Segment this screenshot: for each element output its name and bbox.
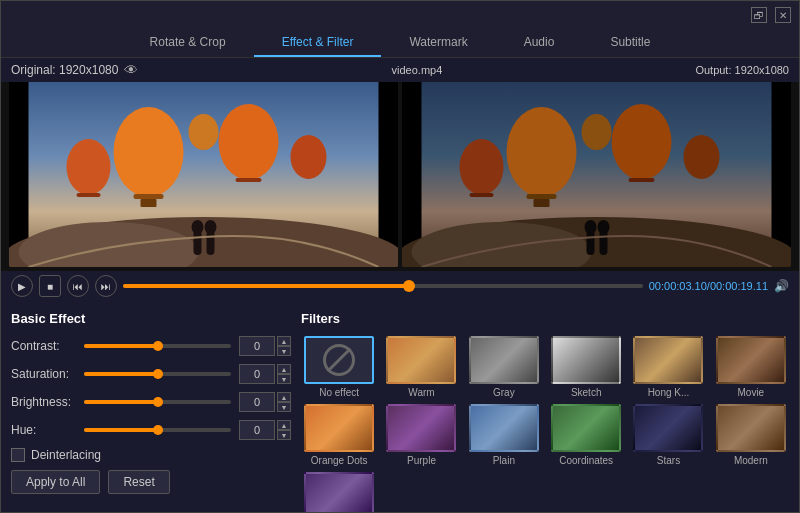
brightness-label: Brightness: (11, 395, 76, 409)
svg-point-22 (460, 139, 504, 195)
brightness-slider[interactable] (84, 400, 231, 404)
progress-bar[interactable] (123, 284, 643, 288)
saturation-input[interactable] (239, 364, 275, 384)
filter-plain[interactable]: Plain (466, 404, 542, 466)
prev-button[interactable]: ⏮ (67, 275, 89, 297)
filter-warm[interactable]: Warm (383, 336, 459, 398)
contrast-down[interactable]: ▼ (277, 346, 291, 356)
brightness-arrows: ▲ ▼ (277, 392, 291, 412)
svg-point-24 (612, 104, 672, 180)
play-button[interactable]: ▶ (11, 275, 33, 297)
tab-rotate[interactable]: Rotate & Crop (122, 29, 254, 57)
hue-value-box: ▲ ▼ (239, 420, 291, 440)
filters-panel: Filters No effect Warm Gray Sk (301, 311, 789, 512)
saturation-down[interactable]: ▼ (277, 374, 291, 384)
tab-audio[interactable]: Audio (496, 29, 583, 57)
saturation-slider[interactable] (84, 372, 231, 376)
filters-grid: No effect Warm Gray Sketch Hong K... (301, 336, 789, 513)
progress-thumb[interactable] (403, 280, 415, 292)
hue-up[interactable]: ▲ (277, 420, 291, 430)
hue-slider[interactable] (84, 428, 231, 432)
filter-movie[interactable]: Movie (713, 336, 789, 398)
basic-effect-panel: Basic Effect Contrast: ▲ ▼ Saturation: (11, 311, 291, 512)
svg-point-15 (205, 220, 217, 234)
filter-sketch[interactable]: Sketch (548, 336, 624, 398)
hue-arrows: ▲ ▼ (277, 420, 291, 440)
deinterlacing-row: Deinterlacing (11, 448, 291, 462)
reset-button[interactable]: Reset (108, 470, 169, 494)
svg-rect-5 (141, 199, 157, 207)
title-bar: 🗗 ✕ (1, 1, 799, 29)
hue-row: Hue: ▲ ▼ (11, 420, 291, 440)
brightness-row: Brightness: ▲ ▼ (11, 392, 291, 412)
svg-point-31 (598, 220, 610, 234)
tab-subtitle[interactable]: Subtitle (582, 29, 678, 57)
svg-point-29 (585, 220, 597, 234)
stop-button[interactable]: ■ (39, 275, 61, 297)
svg-point-3 (114, 107, 184, 197)
saturation-up[interactable]: ▲ (277, 364, 291, 374)
svg-rect-9 (236, 178, 262, 182)
contrast-arrows: ▲ ▼ (277, 336, 291, 356)
output-video-panel (402, 82, 791, 267)
video-header: Original: 1920x1080 👁 video.mp4 Output: … (1, 58, 799, 82)
tab-effect[interactable]: Effect & Filter (254, 29, 382, 57)
brightness-input[interactable] (239, 392, 275, 412)
contrast-up[interactable]: ▲ (277, 336, 291, 346)
brightness-up[interactable]: ▲ (277, 392, 291, 402)
apply-to-all-button[interactable]: Apply to All (11, 470, 100, 494)
output-label: Output: 1920x1080 (695, 64, 789, 76)
contrast-row: Contrast: ▲ ▼ (11, 336, 291, 356)
saturation-row: Saturation: ▲ ▼ (11, 364, 291, 384)
close-button[interactable]: ✕ (775, 7, 791, 23)
hue-label: Hue: (11, 423, 76, 437)
svg-rect-4 (134, 194, 164, 199)
deinterlacing-checkbox[interactable] (11, 448, 25, 462)
video-panels (1, 82, 799, 271)
filters-title: Filters (301, 311, 789, 326)
saturation-label: Saturation: (11, 367, 76, 381)
action-buttons: Apply to All Reset (11, 470, 291, 494)
filter-hongk[interactable]: Hong K... (630, 336, 706, 398)
brightness-down[interactable]: ▼ (277, 402, 291, 412)
filter-modern[interactable]: Modern (713, 404, 789, 466)
eye-icon[interactable]: 👁 (124, 62, 138, 78)
svg-point-10 (291, 135, 327, 179)
contrast-label: Contrast: (11, 339, 76, 353)
filter-no-effect[interactable]: No effect (301, 336, 377, 398)
time-display: 00:00:03.10/00:00:19.11 (649, 280, 768, 292)
svg-point-6 (67, 139, 111, 195)
svg-point-8 (219, 104, 279, 180)
saturation-value-box: ▲ ▼ (239, 364, 291, 384)
filter-pixelate[interactable]: Pixelate (301, 472, 377, 513)
volume-icon[interactable]: 🔊 (774, 279, 789, 293)
filter-gray[interactable]: Gray (466, 336, 542, 398)
svg-rect-7 (77, 193, 101, 197)
controls-row: ▶ ■ ⏮ ⏭ 00:00:03.10/00:00:19.11 🔊 (1, 271, 799, 301)
tab-watermark[interactable]: Watermark (381, 29, 495, 57)
hue-down[interactable]: ▼ (277, 430, 291, 440)
saturation-arrows: ▲ ▼ (277, 364, 291, 384)
filter-coordinates[interactable]: Coordinates (548, 404, 624, 466)
hue-input[interactable] (239, 420, 275, 440)
svg-rect-20 (527, 194, 557, 199)
original-video-panel (9, 82, 398, 267)
svg-rect-23 (470, 193, 494, 197)
contrast-input[interactable] (239, 336, 275, 356)
minimize-button[interactable]: 🗗 (751, 7, 767, 23)
svg-point-26 (684, 135, 720, 179)
tab-bar: Rotate & Crop Effect & Filter Watermark … (1, 29, 799, 58)
contrast-value-box: ▲ ▼ (239, 336, 291, 356)
svg-rect-25 (629, 178, 655, 182)
next-button[interactable]: ⏭ (95, 275, 117, 297)
deinterlacing-label: Deinterlacing (31, 448, 101, 462)
filter-orange[interactable]: Orange Dots (301, 404, 377, 466)
svg-point-27 (582, 114, 612, 150)
svg-point-13 (192, 220, 204, 234)
svg-point-11 (189, 114, 219, 150)
filter-stars[interactable]: Stars (630, 404, 706, 466)
svg-point-19 (507, 107, 577, 197)
filter-purple[interactable]: Purple (383, 404, 459, 466)
contrast-slider[interactable] (84, 344, 231, 348)
svg-rect-21 (534, 199, 550, 207)
